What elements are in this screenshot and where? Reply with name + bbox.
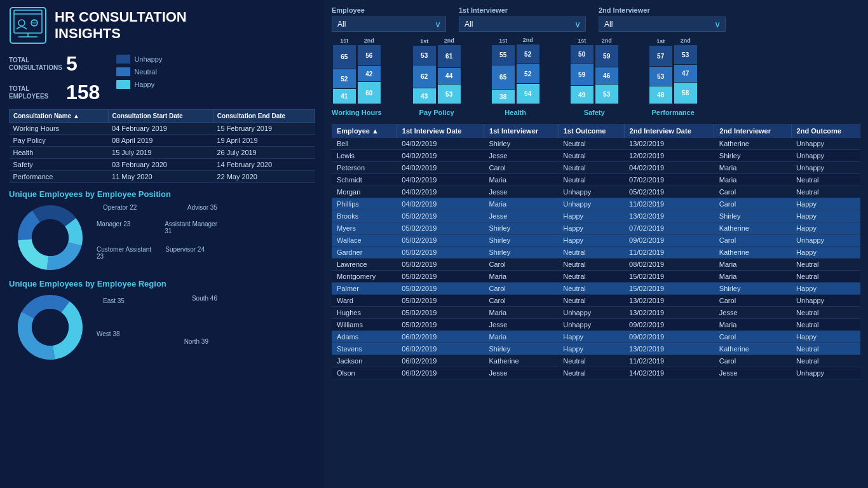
col-header-start: Consultation Start Date (108, 110, 213, 123)
table-row: Ward05/02/2019CarolNeutral13/02/2019Caro… (332, 295, 860, 307)
interviewer2-filter-group: 2nd Interviewer All (599, 6, 726, 32)
col-header-0[interactable]: Employee ▲ (332, 124, 397, 138)
right-panel: Employee All 1st Interviewer All 2nd Int… (324, 0, 868, 488)
hr-logo-icon (9, 6, 47, 44)
total-employees-stat: TOTALEMPLOYEES 158 (9, 81, 100, 104)
table-row: Peterson04/02/2019CarolNeutral04/02/2019… (332, 162, 860, 174)
pos-label-cust-asst: Customer Assistant23 (97, 246, 151, 260)
position-donut-chart (9, 203, 92, 273)
table-row: Lewis04/02/2019JesseNeutral12/02/2019Shi… (332, 150, 860, 162)
table-row: Williams05/02/2019JesseUnhappy09/02/2019… (332, 319, 860, 331)
table-row: Schmidt04/02/2019MariaNeutral07/02/2019M… (332, 174, 860, 186)
col-header-4[interactable]: 2nd Interview Date (624, 124, 714, 138)
table-row: Brooks05/02/2019JesseHappy13/02/2019Shir… (332, 210, 860, 222)
col-header-2[interactable]: 1st Interviewer (484, 124, 559, 138)
svg-rect-0 (10, 8, 46, 43)
consultation-row: Safety03 February 202014 February 2020 (10, 159, 315, 171)
region-donut-container: South 46 North 39 West 38 East 35 (9, 292, 315, 362)
interviewer1-select[interactable]: All (459, 17, 586, 32)
table-row: Gardner05/02/2019ShirleyNeutral11/02/201… (332, 247, 860, 259)
table-row: Phillips04/02/2019MariaUnhappy11/02/2019… (332, 198, 860, 210)
col-header-end: Consultation End Date (213, 110, 315, 123)
bar-group-0: 1st6552412nd564260Working Hours (332, 37, 382, 116)
region-donut-chart (9, 292, 92, 362)
pos-label-advisor: Advisor 35 (187, 204, 217, 211)
svg-point-23 (32, 309, 69, 346)
interviewer1-filter-label: 1st Interviewer (459, 6, 586, 14)
table-row: Olson06/02/2019JesseNeutral14/02/2019Jes… (332, 367, 860, 379)
consultation-row: Pay Policy08 April 201919 April 2019 (10, 135, 315, 147)
data-table-wrapper[interactable]: Employee ▲1st Interview Date1st Intervie… (332, 124, 860, 482)
interviewer2-select[interactable]: All (599, 17, 726, 32)
legend-neutral-box (116, 67, 130, 76)
table-row: Jackson06/02/2019KatherineNeutral11/02/2… (332, 355, 860, 367)
table-row: Adams06/02/2019MariaHappy09/02/2019Carol… (332, 331, 860, 343)
interviewer1-filter-group: 1st Interviewer All (459, 6, 586, 32)
interviewer2-filter-label: 2nd Interviewer (599, 6, 726, 14)
legend-unhappy-box (116, 55, 130, 64)
col-header-6[interactable]: 2nd Outcome (791, 124, 860, 138)
position-chart-section: Unique Employees by Employee Position Ad… (9, 189, 315, 273)
consultation-row: Performance11 May 202022 May 2020 (10, 171, 315, 183)
header-row: HR CONSULTATION INSIGHTS (9, 6, 315, 44)
table-row: Palmer05/02/2019CarolNeutral15/02/2019Sh… (332, 283, 860, 295)
stats-block: TOTALCONSULTATIONS 5 TOTALEMPLOYEES 158 (9, 52, 100, 104)
pos-label-supervisor: Supervisor 24 (165, 246, 205, 253)
data-table: Employee ▲1st Interview Date1st Intervie… (332, 124, 860, 379)
table-row: Wallace05/02/2019ShirleyHappy09/02/2019C… (332, 234, 860, 247)
consultation-row: Health15 July 201926 July 2019 (10, 147, 315, 159)
position-donut-container: Advisor 35 Assistant Manager31 Superviso… (9, 203, 315, 273)
legend-happy: Happy (116, 80, 162, 89)
region-label-west: West 38 (97, 330, 120, 337)
col-header-1[interactable]: 1st Interview Date (397, 124, 484, 138)
consultation-table: Consultation Name ▲ Consultation Start D… (9, 109, 315, 183)
svg-point-3 (18, 20, 25, 26)
col-header-name: Consultation Name ▲ (10, 110, 109, 123)
table-row: Myers05/02/2019ShirleyHappy07/02/2019Kat… (332, 222, 860, 234)
svg-point-17 (32, 219, 69, 256)
position-chart-title: Unique Employees by Employee Position (9, 189, 315, 199)
employee-filter-label: Employee (332, 6, 446, 14)
total-consultations-value: 5 (66, 52, 78, 76)
table-row: Bell04/02/2019ShirleyNeutral13/02/2019Ka… (332, 138, 860, 150)
pos-label-operator: Operator 22 (103, 204, 137, 211)
legend-block: Unhappy Neutral Happy (116, 55, 162, 89)
col-header-5[interactable]: 2nd Interviewer (714, 124, 791, 138)
employee-filter-group: Employee All (332, 6, 446, 32)
total-consultations-stat: TOTALCONSULTATIONS 5 (9, 52, 100, 76)
table-row: Hughes05/02/2019MariaUnhappy13/02/2019Je… (332, 307, 860, 319)
bar-group-2: 1st5565382nd525254Health (492, 37, 539, 116)
filters-row: Employee All 1st Interviewer All 2nd Int… (332, 6, 860, 32)
legend-unhappy: Unhappy (116, 55, 162, 64)
col-header-3[interactable]: 1st Outcome (558, 124, 624, 138)
app-title: HR CONSULTATION INSIGHTS (55, 9, 187, 43)
bar-group-1: 1st5362432nd614453Pay Policy (413, 37, 461, 116)
table-row: Montgomery05/02/2019MariaNeutral15/02/20… (332, 271, 860, 283)
region-chart-section: Unique Employees by Employee Region Sout… (9, 279, 315, 362)
table-row: Stevens06/02/2019ShirleyHappy13/02/2019K… (332, 343, 860, 355)
employee-select-wrapper[interactable]: All (332, 17, 446, 32)
region-label-north: North 39 (184, 338, 208, 345)
region-label-south: South 46 (192, 295, 217, 302)
stats-row: TOTALCONSULTATIONS 5 TOTALEMPLOYEES 158 … (9, 52, 315, 104)
region-label-east: East 35 (103, 297, 125, 304)
bar-group-4: 1st5753482nd534758Performance (649, 37, 697, 116)
pos-label-manager: Manager 23 (97, 220, 130, 227)
bar-chart-area: 1st6552412nd564260Working Hours1st536243… (332, 37, 860, 119)
interviewer2-select-wrapper[interactable]: All (599, 17, 726, 32)
pos-label-asst-mgr: Assistant Manager31 (165, 220, 217, 234)
table-row: Morgan04/02/2019JesseUnhappy05/02/2019Ca… (332, 186, 860, 198)
consultation-row: Working Hours04 February 201915 February… (10, 123, 315, 135)
interviewer1-select-wrapper[interactable]: All (459, 17, 586, 32)
employee-select[interactable]: All (332, 17, 446, 32)
left-panel: HR CONSULTATION INSIGHTS TOTALCONSULTATI… (0, 0, 324, 488)
bar-group-3: 1st5059492nd594653Safety (571, 37, 618, 116)
legend-happy-box (116, 80, 130, 89)
table-row: Lawrence05/02/2019CarolNeutral08/02/2019… (332, 259, 860, 271)
legend-neutral: Neutral (116, 67, 162, 76)
region-chart-title: Unique Employees by Employee Region (9, 279, 315, 288)
total-employees-value: 158 (66, 81, 100, 104)
